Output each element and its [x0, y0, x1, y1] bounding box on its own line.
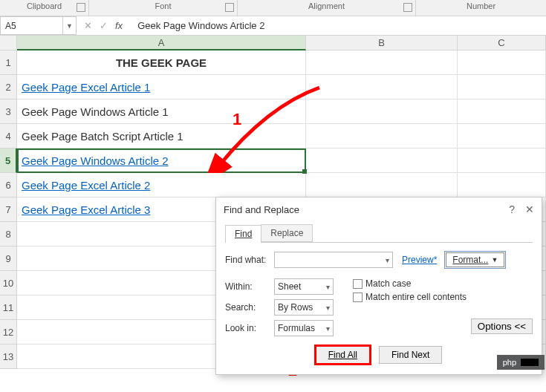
chevron-down-icon[interactable]: ▾	[326, 324, 330, 333]
watermark-block	[521, 359, 539, 366]
checkbox-icon	[353, 293, 363, 302]
cell-b5[interactable]	[306, 148, 458, 173]
cell-c4[interactable]	[458, 124, 546, 148]
launcher-icon[interactable]	[225, 3, 234, 12]
cell-c5[interactable]	[458, 148, 546, 173]
cell-c2[interactable]	[458, 75, 546, 99]
find-replace-dialog: Find and Replace ? ✕ Find Replace Find w…	[215, 197, 542, 375]
cancel-icon[interactable]: ✕	[84, 20, 92, 31]
ribbon-group-clipboard: Clipboard	[0, 0, 89, 16]
cell-a1[interactable]: THE GEEK PAGE	[17, 50, 306, 75]
help-icon[interactable]: ?	[509, 203, 515, 215]
dialog-title: Find and Replace	[224, 204, 299, 215]
row-header[interactable]: 6	[0, 173, 17, 197]
cell-b3[interactable]	[306, 99, 458, 124]
cell-b4[interactable]	[306, 124, 458, 148]
row-header[interactable]: 1	[0, 50, 17, 75]
cell-b6[interactable]	[306, 173, 458, 197]
cell-a2[interactable]: Geek Page Excel Article 1	[17, 75, 306, 99]
row-header[interactable]: 9	[0, 246, 17, 271]
row-header[interactable]: 10	[0, 271, 17, 295]
search-select[interactable]: By Rows▾	[274, 299, 334, 316]
options-button[interactable]: Options <<	[471, 318, 533, 334]
cell-c1[interactable]	[458, 50, 546, 75]
enter-icon[interactable]: ✓	[100, 20, 108, 31]
format-preview: Preview*	[399, 255, 440, 265]
chevron-down-icon[interactable]: ▾	[326, 304, 330, 312]
lookin-label: Look in:	[225, 323, 268, 333]
row-header[interactable]: 12	[0, 320, 17, 344]
cell-a4[interactable]: Geek Page Batch Script Article 1	[17, 124, 306, 148]
name-box[interactable]: A5	[0, 16, 63, 35]
format-button[interactable]: Format...▼	[446, 252, 504, 267]
tab-replace[interactable]: Replace	[261, 224, 313, 242]
column-header-b[interactable]: B	[306, 36, 458, 50]
cell-c3[interactable]	[458, 99, 546, 124]
chevron-down-icon[interactable]: ▾	[326, 283, 330, 291]
cell-a3[interactable]: Geek Page Windows Article 1	[17, 99, 306, 124]
checkbox-icon	[353, 279, 363, 289]
column-header-c[interactable]: C	[458, 36, 546, 50]
tab-find[interactable]: Find	[225, 225, 261, 243]
ribbon-group-number: Number	[416, 0, 546, 16]
cell-a5[interactable]: Geek Page Windows Article 2	[17, 148, 306, 173]
within-select[interactable]: Sheet▾	[274, 278, 334, 295]
select-all-corner[interactable]	[0, 36, 17, 50]
row-header[interactable]: 8	[0, 222, 17, 246]
find-all-button[interactable]: Find All	[316, 346, 370, 364]
row-header[interactable]: 2	[0, 75, 17, 99]
cell-a6[interactable]: Geek Page Excel Article 2	[17, 173, 306, 197]
formula-buttons: ✕ ✓ fx	[77, 20, 130, 31]
cell-b1[interactable]	[306, 50, 458, 75]
column-headers: A B C	[0, 36, 546, 50]
close-icon[interactable]: ✕	[525, 203, 534, 215]
match-entire-checkbox[interactable]: Match entire cell contents	[353, 292, 467, 302]
chevron-down-icon[interactable]: ▼	[491, 256, 498, 264]
row-header[interactable]: 11	[0, 295, 17, 320]
ribbon-group-font: Font	[89, 0, 238, 16]
cell-b2[interactable]	[306, 75, 458, 99]
ribbon-group-labels: Clipboard Font Alignment Number	[0, 0, 546, 16]
column-header-a[interactable]: A	[17, 36, 306, 50]
formula-input[interactable]: Geek Page Windows Article 2	[130, 20, 546, 31]
name-box-dropdown[interactable]: ▼	[63, 16, 77, 35]
watermark-php: php	[497, 355, 545, 370]
launcher-icon[interactable]	[77, 3, 85, 12]
row-header[interactable]: 3	[0, 99, 17, 124]
row-header[interactable]: 5	[0, 148, 17, 173]
find-what-input[interactable]: ▾	[274, 252, 393, 268]
chevron-down-icon[interactable]: ▾	[386, 256, 389, 264]
row-header[interactable]: 7	[0, 197, 17, 222]
row-header[interactable]: 4	[0, 124, 17, 148]
find-what-label: Find what:	[225, 255, 268, 265]
ribbon-group-alignment: Alignment	[238, 0, 416, 16]
row-header[interactable]: 13	[0, 344, 17, 369]
lookin-select[interactable]: Formulas▾	[274, 320, 334, 336]
within-label: Within:	[225, 281, 268, 292]
search-label: Search:	[225, 302, 268, 313]
formula-bar: A5 ▼ ✕ ✓ fx Geek Page Windows Article 2	[0, 16, 546, 36]
cell-c6[interactable]	[458, 173, 546, 197]
find-next-button[interactable]: Find Next	[379, 346, 442, 364]
dialog-tabs: Find Replace	[225, 224, 533, 243]
dialog-titlebar: Find and Replace ? ✕	[216, 197, 542, 221]
launcher-icon[interactable]	[403, 3, 412, 12]
fx-icon[interactable]: fx	[115, 20, 123, 31]
match-case-checkbox[interactable]: Match case	[353, 278, 467, 289]
